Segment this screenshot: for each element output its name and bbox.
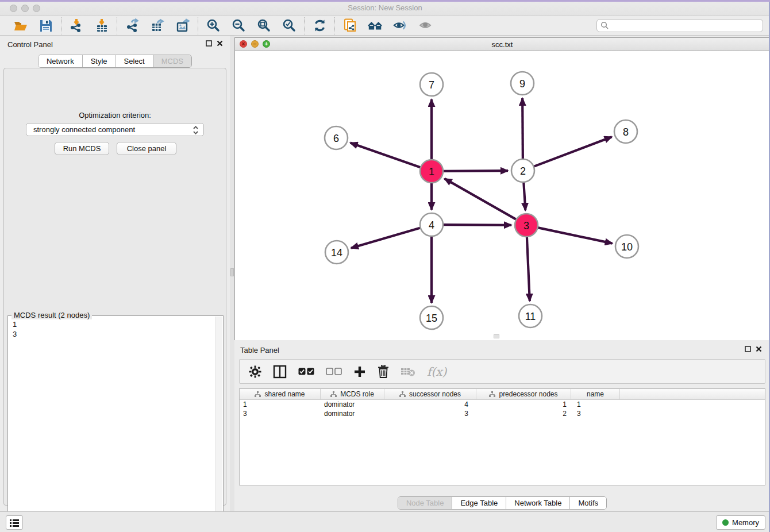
tab-mcds[interactable]: MCDS [153, 55, 191, 67]
first-neighbors-icon[interactable] [367, 18, 383, 34]
optimization-select[interactable]: strongly connected component [26, 123, 204, 136]
mcds-result-title: MCDS result (2 nodes) [11, 311, 92, 319]
column-header-cell[interactable]: predecessor nodes [476, 389, 571, 399]
mcds-result-text[interactable]: 1 3 [9, 319, 215, 532]
zoom-selected-icon[interactable] [281, 18, 297, 34]
table-cell[interactable]: 1 [240, 400, 321, 409]
close-table-panel-icon[interactable] [756, 346, 762, 352]
float-panel-icon[interactable] [206, 40, 212, 47]
table-panel: Table Panel [234, 341, 770, 511]
column-header-cell[interactable]: name [571, 389, 620, 399]
tab-node-table[interactable]: Node Table [398, 497, 452, 509]
graph-node-label-14: 14 [331, 247, 342, 259]
memory-button[interactable]: Memory [716, 515, 765, 530]
tab-style[interactable]: Style [82, 55, 116, 67]
graph-node-label-1: 1 [429, 166, 434, 178]
zoom-out-icon[interactable] [230, 18, 247, 34]
search-input[interactable] [596, 19, 763, 32]
delete-row-icon[interactable] [378, 363, 389, 380]
hide-selected-icon[interactable] [392, 18, 409, 34]
show-all-icon[interactable] [418, 18, 434, 34]
graph-node-label-2: 2 [520, 165, 526, 177]
save-session-icon[interactable] [38, 18, 54, 34]
close-panel-button[interactable]: Close panel [117, 142, 176, 155]
table-cell[interactable]: 4 [384, 400, 476, 409]
graph-edge-4-3[interactable] [443, 225, 511, 225]
tab-select[interactable]: Select [116, 55, 153, 67]
graph-edge-1-6[interactable] [351, 143, 421, 168]
deselect-all-icon[interactable] [326, 363, 342, 380]
graph-edge-2-8[interactable] [534, 137, 612, 167]
graph-edge-2-3[interactable] [523, 182, 525, 210]
show-columns-icon[interactable] [273, 363, 287, 380]
table-cell[interactable]: 2 [476, 409, 571, 418]
status-bar: Memory [0, 511, 770, 532]
graph-node-label-15: 15 [426, 313, 437, 324]
zoom-in-icon[interactable] [205, 18, 221, 34]
tab-network-table[interactable]: Network Table [506, 497, 569, 509]
result-scrollbar[interactable] [215, 317, 222, 532]
table-header-row: shared nameMCDS rolesuccessor nodesprede… [240, 389, 765, 400]
table-settings-icon[interactable] [249, 363, 261, 380]
export-image-icon[interactable] [175, 18, 191, 34]
table-row[interactable]: 1dominator411 [240, 400, 765, 409]
import-network-icon[interactable] [68, 18, 84, 34]
hierarchy-icon [399, 391, 406, 398]
column-header-predecessor-nodes: predecessor nodes [499, 390, 557, 398]
list-icon [9, 518, 20, 527]
table-body: 1dominator4113dominator323 [240, 400, 765, 418]
graph-edge-4-14[interactable] [351, 228, 421, 248]
graph-node-label-4: 4 [429, 219, 434, 231]
control-panel-title: Control Panel [7, 40, 53, 49]
select-all-icon[interactable] [298, 363, 314, 380]
divider-grip[interactable] [230, 268, 234, 276]
graph-edge-3-10[interactable] [538, 228, 613, 243]
graph-edge-1-2[interactable] [443, 171, 508, 171]
canvas-resize-grip[interactable] [494, 334, 499, 338]
panel-divider[interactable] [230, 36, 234, 511]
close-panel-icon[interactable] [217, 40, 223, 47]
open-file-icon[interactable] [13, 18, 29, 34]
task-history-button[interactable] [6, 515, 23, 530]
column-header-cell[interactable]: shared name [240, 389, 321, 399]
mcds-result-box: MCDS result (2 nodes) 1 3 [7, 315, 224, 532]
network-window-titlebar[interactable]: × − + scc.txt [235, 38, 769, 51]
network-canvas[interactable]: 7968124314101511 [235, 51, 769, 340]
import-table-icon[interactable] [94, 18, 110, 34]
tab-network[interactable]: Network [38, 55, 82, 67]
table-cell[interactable]: 3 [384, 409, 476, 418]
table-cell[interactable]: 3 [240, 409, 321, 418]
table-cell[interactable]: 1 [571, 400, 620, 409]
zoom-fit-icon[interactable] [256, 18, 272, 34]
table-cell[interactable]: dominator [321, 409, 384, 418]
graph-node-label-6: 6 [333, 133, 339, 144]
graph-node-label-3: 3 [523, 220, 529, 232]
table-row[interactable]: 3dominator323 [240, 409, 765, 418]
delete-table-icon [401, 363, 415, 380]
graph-node-label-9: 9 [519, 78, 525, 90]
tab-edge-table[interactable]: Edge Table [452, 497, 506, 509]
clone-network-icon[interactable] [342, 18, 358, 34]
apply-layout-icon[interactable] [311, 18, 328, 34]
hierarchy-icon [330, 391, 337, 398]
run-mcds-button[interactable]: Run MCDS [55, 142, 109, 155]
application-window: Session: New Session [0, 0, 770, 532]
tab-motifs[interactable]: Motifs [569, 497, 606, 509]
graph-node-label-8: 8 [623, 126, 629, 138]
export-network-icon[interactable] [124, 18, 140, 34]
network-title: scc.txt [235, 40, 769, 49]
graph-edge-2-9[interactable] [522, 98, 523, 159]
table-cell[interactable]: 1 [476, 400, 571, 409]
add-row-icon[interactable] [353, 363, 366, 380]
column-header-cell[interactable]: successor nodes [384, 389, 476, 399]
graph-edge-3-1[interactable] [445, 179, 517, 219]
table-cell[interactable]: dominator [321, 400, 384, 409]
graph-edge-3-11[interactable] [527, 237, 530, 301]
network-view-window: × − + scc.txt 7968124314101511 [234, 37, 770, 340]
memory-status-icon [722, 519, 729, 526]
float-table-panel-icon[interactable] [745, 346, 751, 352]
table-cell[interactable]: 3 [571, 409, 620, 418]
export-table-icon[interactable] [149, 18, 165, 34]
graph-node-label-10: 10 [621, 241, 633, 253]
column-header-cell[interactable]: MCDS role [321, 389, 384, 399]
